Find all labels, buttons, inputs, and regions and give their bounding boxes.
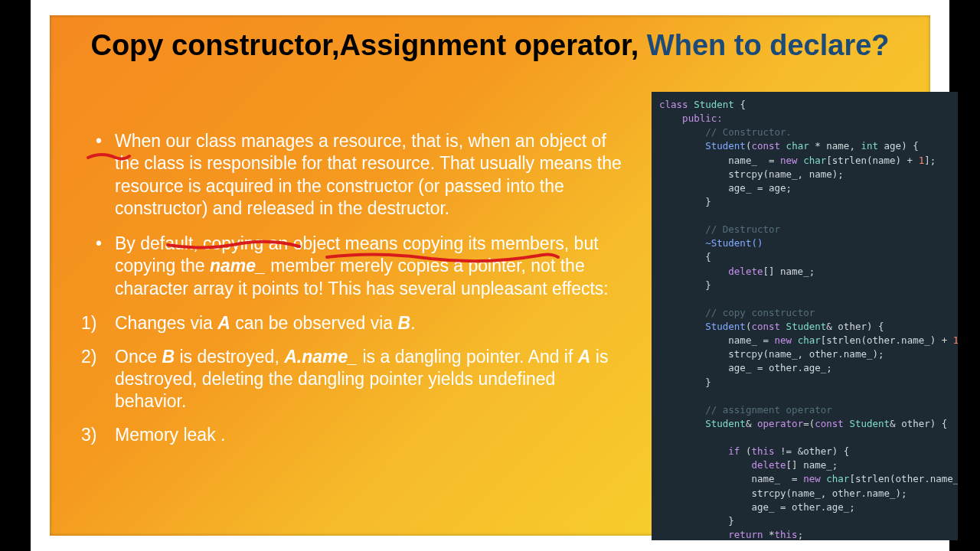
c: [strlen(name) + xyxy=(826,155,918,166)
c: ~Student() xyxy=(705,237,763,249)
c: // copy constructor xyxy=(705,307,815,318)
c: class xyxy=(659,99,688,110)
c: Student xyxy=(780,321,826,332)
c: this xyxy=(751,445,774,457)
c: ; xyxy=(798,529,804,540)
c: char xyxy=(780,140,809,152)
c: public: xyxy=(682,112,723,124)
bullet-list: When our class manages a resource, that … xyxy=(92,130,628,300)
c: age_ = other.age_; xyxy=(751,501,854,513)
c: new xyxy=(775,334,792,346)
c: const xyxy=(815,418,844,429)
c: name_ = xyxy=(728,334,774,346)
c: age_ = other.age_; xyxy=(728,362,831,373)
bullet-2-em: name_ xyxy=(210,256,266,276)
n2-m1: is destroyed, xyxy=(175,347,284,367)
c: } xyxy=(705,196,711,207)
c: delete xyxy=(728,266,763,277)
n2-m2: is a dangling pointer. And if xyxy=(358,347,578,367)
c: & xyxy=(746,418,757,429)
c: strcpy(name_, name); xyxy=(728,168,844,180)
code-panel: class Student { public: // Constructor. … xyxy=(652,92,958,540)
c: =( xyxy=(803,418,815,429)
c: & other) { xyxy=(826,321,884,332)
page: Copy constructor,Assignment operator, Wh… xyxy=(31,0,949,551)
numbered-list: Changes via A can be observed via B. Onc… xyxy=(92,312,628,446)
c: ]; xyxy=(924,155,936,166)
c: strcpy(name_, other.name_); xyxy=(751,487,906,499)
c: if xyxy=(728,445,740,457)
n1-post: . xyxy=(410,313,415,333)
c: int xyxy=(861,140,878,152)
n2-pre: Once xyxy=(115,347,162,367)
n1-pre: Changes via xyxy=(115,313,217,333)
n1-mid: can be observed via xyxy=(230,313,398,333)
c: this xyxy=(775,529,798,540)
c: name_ = xyxy=(728,155,780,166)
c: Student xyxy=(705,321,746,332)
c: ( xyxy=(740,445,751,457)
slide-title: Copy constructor,Assignment operator, Wh… xyxy=(50,29,930,63)
c: char xyxy=(821,473,850,484)
c: age_ = age; xyxy=(728,182,792,194)
slide: Copy constructor,Assignment operator, Wh… xyxy=(50,15,930,536)
c: * name, xyxy=(809,140,861,152)
c: 1 xyxy=(953,334,958,346)
n1-b: B xyxy=(398,313,411,333)
n2-a: A xyxy=(578,347,591,367)
c: != &other) { xyxy=(775,445,850,457)
c: new xyxy=(780,155,798,166)
c: const xyxy=(751,140,780,152)
c: Student xyxy=(705,140,746,152)
c: name_ = xyxy=(751,473,803,484)
n1-a: A xyxy=(217,313,230,333)
num-item-2: Once B is destroyed, A.name_ is a dangli… xyxy=(92,346,628,413)
c: } xyxy=(728,515,734,527)
c: Student xyxy=(844,418,890,429)
c: // Constructor. xyxy=(705,126,792,138)
bullet-1: When our class manages a resource, that … xyxy=(92,130,628,220)
n2-b: B xyxy=(162,347,175,367)
c: & other) { xyxy=(890,418,947,429)
c: char xyxy=(792,334,821,346)
c: age) { xyxy=(878,140,919,152)
c: Student xyxy=(705,418,746,429)
c: char xyxy=(798,155,827,166)
c: } xyxy=(705,279,711,291)
c: return xyxy=(728,529,763,540)
c: new xyxy=(803,473,821,484)
c: [strlen(other.name_) + xyxy=(849,473,958,484)
c: { xyxy=(705,251,711,262)
title-blue: When to declare? xyxy=(647,29,890,61)
c: { xyxy=(734,99,746,110)
c: const xyxy=(751,321,780,332)
num-item-3: Memory leak . xyxy=(92,424,628,446)
c: // Destructor xyxy=(705,223,780,235)
c: [strlen(other.name_) + xyxy=(821,334,953,346)
c: // assignment operator xyxy=(705,404,832,416)
num-item-1: Changes via A can be observed via B. xyxy=(92,312,628,334)
c: [] name_; xyxy=(786,459,838,471)
bullet-2: By default, copying an object means copy… xyxy=(92,233,628,300)
slide-body: When our class manages a resource, that … xyxy=(92,130,628,457)
c: strcpy(name_, other.name_); xyxy=(728,348,884,360)
c: * xyxy=(763,529,774,540)
c: operator xyxy=(757,418,803,429)
c: Student xyxy=(688,99,734,110)
c: [] name_; xyxy=(763,266,815,277)
c: } xyxy=(705,377,711,388)
n2-name: A.name_ xyxy=(284,347,358,367)
c: delete xyxy=(751,459,786,471)
title-black: Copy constructor,Assignment operator, xyxy=(90,29,646,61)
